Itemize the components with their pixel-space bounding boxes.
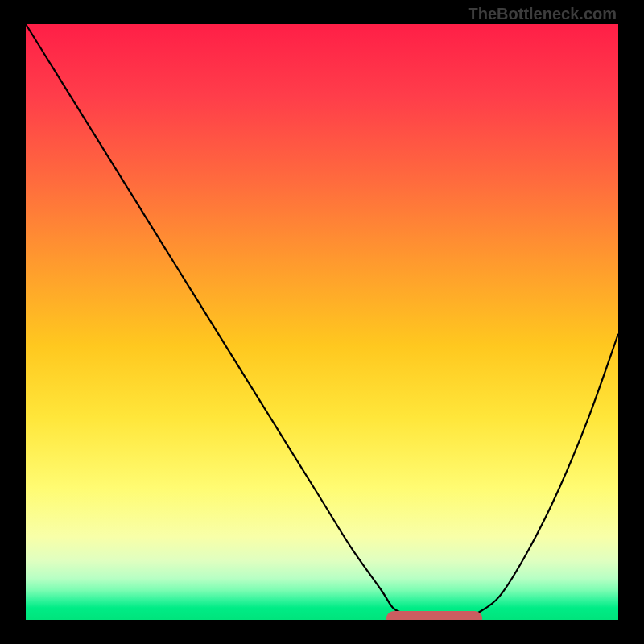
watermark-text: TheBottleneck.com: [469, 5, 617, 23]
trough-marker: [386, 611, 482, 620]
bottleneck-curve: [26, 24, 618, 620]
plot-area: [26, 24, 618, 620]
chart-frame: TheBottleneck.com: [0, 0, 644, 644]
